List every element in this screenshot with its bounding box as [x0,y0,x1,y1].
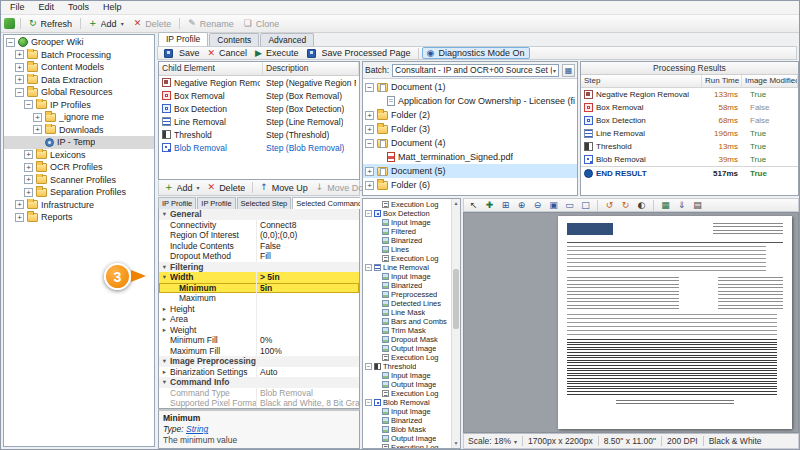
property-row-maximum-fill[interactable]: Maximum Fill100% [159,346,359,357]
expander-plus-icon[interactable]: + [33,125,42,134]
nav-item-ip-temp[interactable]: IP - Temp [4,136,154,149]
scroll-up-icon[interactable]: ▲ [452,199,460,208]
cancel-button[interactable]: ✕Cancel [204,48,252,58]
expander-minus-icon[interactable]: − [365,210,372,217]
thumbnails-button[interactable]: ▦ [658,199,673,211]
expander-plus-icon[interactable]: + [15,63,24,72]
property-row-include-contents[interactable]: Include ContentsFalse [159,241,359,252]
child-element-row[interactable]: Blob RemovalStep (Blob Removal) [159,141,359,154]
nav-item-ignore-me[interactable]: +_ignore me [4,111,154,124]
expander-plus-icon[interactable]: + [365,125,374,134]
expander-plus-icon[interactable]: + [33,113,42,122]
expander-plus-icon[interactable]: + [365,111,374,120]
property-value[interactable]: Black and White, 8 Bit Grayscale, 24 [256,398,359,409]
expander-closed-icon[interactable]: ▸ [159,315,170,323]
invert-button[interactable]: ◐ [634,199,649,211]
property-value[interactable]: (0,0);(0,0) [256,230,359,241]
diag-item-box-detection[interactable]: −Box Detection [363,209,451,218]
nav-item-infrastructure[interactable]: +Infrastructure [4,199,154,212]
diag-item-preprocessed[interactable]: Preprocessed [363,290,451,299]
property-row-connectivity[interactable]: ConnectivityConnect8 [159,220,359,231]
property-value[interactable]: Connect8 [256,220,359,231]
tab-contents[interactable]: Contents [209,33,259,46]
zoom-out-button[interactable]: ⊖ [530,199,545,211]
diag-item-execution-log[interactable]: Execution Log [363,443,451,448]
property-row-general[interactable]: ▾General [159,209,359,220]
nav-item-separation-profiles[interactable]: +Separation Profiles [4,186,154,199]
child-element-row[interactable]: Box DetectionStep (Box Detection) [159,102,359,115]
expander-plus-icon[interactable]: + [15,50,24,59]
expander-open-icon[interactable]: ▾ [159,357,170,365]
batch-item-application-for-cow-ownership-licensee-filled-and-scanned[interactable]: Application for Cow Ownership - Licensee… [363,94,577,108]
property-value[interactable]: 100% [256,346,359,357]
child-element-row[interactable]: Box RemovalStep (Box Removal) [159,89,359,102]
refresh-button[interactable]: ↻Refresh [24,18,77,30]
expander-open-icon[interactable]: ▾ [159,273,170,281]
batch-item-document-1[interactable]: −Document (1) [363,80,577,94]
batch-item-folder-6[interactable]: +Folder (6) [363,178,577,192]
nav-item-scanner-profiles[interactable]: +Scanner Profiles [4,174,154,187]
diag-item-input-image[interactable]: Input Image [363,371,451,380]
diag-item-execution-log[interactable]: Execution Log [363,389,451,398]
dropdown-arrow-icon[interactable]: ▾ [121,20,124,27]
diag-item-input-image[interactable]: Input Image [363,407,451,416]
help-type-link[interactable]: String [186,424,208,434]
nav-item-grooper-wiki[interactable]: −Grooper Wiki [4,36,154,49]
save-processed-page-button[interactable]: Save Processed Page [303,48,415,58]
save-image-button[interactable]: ⇓ [674,199,689,211]
expander-minus-icon[interactable]: − [365,83,374,92]
diag-item-lines[interactable]: Lines [363,245,451,254]
property-value[interactable]: Blob Removal [256,388,359,399]
menu-tools[interactable]: Tools [61,1,96,14]
rotate-left-button[interactable]: ↺ [602,199,617,211]
nav-item-downloads[interactable]: +Downloads [4,124,154,137]
expander-minus-icon[interactable]: − [365,399,372,406]
property-value[interactable]: > 5in [256,272,359,283]
expander-plus-icon[interactable]: + [15,75,24,84]
diag-item-blob-removal[interactable]: −Blob Removal [363,398,451,407]
print-button[interactable]: ▤ [690,199,705,211]
diag-item-trim-mask[interactable]: Trim Mask [363,326,451,335]
add-button[interactable]: +Add▾ [84,18,129,30]
diag-item-output-image[interactable]: Output Image [363,380,451,389]
tab-selected-command[interactable]: Selected Command [292,197,360,209]
column-header-image-modified[interactable]: Image Modified [742,75,798,87]
expander-minus-icon[interactable]: − [15,88,24,97]
expander-minus-icon[interactable]: − [24,100,33,109]
column-header-description[interactable]: Description [263,62,359,75]
diag-item-filtered[interactable]: Filtered [363,227,451,236]
property-row-weight[interactable]: ▸Weight [159,325,359,336]
batch-selector[interactable]: Consultant - IP and OCR+00 Source Set (P… [392,64,559,77]
property-row-minimum[interactable]: Minimum5in [159,283,359,294]
diag-item-detected-lines[interactable]: Detected Lines [363,299,451,308]
expander-plus-icon[interactable]: + [24,163,33,172]
expander-plus-icon[interactable]: + [24,150,33,159]
property-row-maximum[interactable]: Maximum [159,293,359,304]
batch-item-folder-3[interactable]: +Folder (3) [363,122,577,136]
menu-file[interactable]: File [3,1,32,14]
nav-item-content-models[interactable]: +Content Models [4,61,154,74]
expander-minus-icon[interactable]: − [365,363,372,370]
diag-item-output-image[interactable]: Output Image [363,344,451,353]
property-value[interactable]: Auto [256,367,359,378]
zoom-in-button[interactable]: ⊕ [514,199,529,211]
scale-dropdown-icon[interactable]: ▾ [514,438,517,445]
property-value[interactable]: Fill [256,251,359,262]
property-row-width[interactable]: ▾Width> 5in [159,272,359,283]
diag-item-binarized[interactable]: Binarized [363,236,451,245]
expander-open-icon[interactable]: ▾ [159,210,170,218]
nav-item-lexicons[interactable]: +Lexicons [4,149,154,162]
save-button[interactable]: Save [160,48,204,58]
diag-item-input-image[interactable]: Input Image [363,218,451,227]
image-viewer[interactable] [463,212,799,433]
select-tool-button[interactable]: ↖ [466,199,481,211]
diagnostics-tree-scrollbar[interactable]: ▲ ▼ [451,199,460,448]
expander-minus-icon[interactable]: − [6,38,15,47]
property-value[interactable]: 0% [256,335,359,346]
diag-item-bars-and-combs[interactable]: Bars and Combs [363,317,451,326]
nav-item-batch-processing[interactable]: +Batch Processing [4,49,154,62]
expander-open-icon[interactable]: ▾ [159,263,170,271]
batch-item-document-5[interactable]: +Document (5) [363,164,577,178]
expander-open-icon[interactable]: ▾ [159,378,170,386]
expander-plus-icon[interactable]: + [15,213,24,222]
